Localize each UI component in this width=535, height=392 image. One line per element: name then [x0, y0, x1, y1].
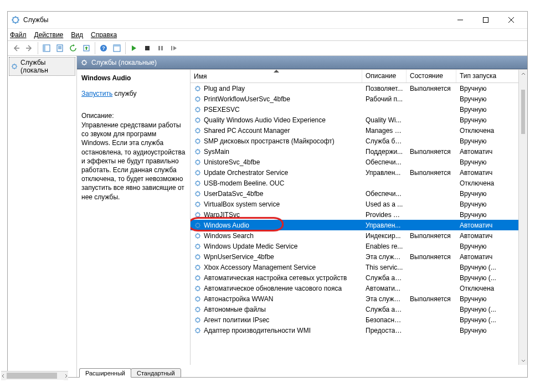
service-row[interactable]: WarpJITSvcProvides a ...Вручную — [191, 209, 527, 220]
svg-point-0 — [13, 17, 18, 23]
service-row[interactable]: USB-modem Beeline. OUCОтключена — [191, 178, 527, 188]
properties-button[interactable] — [54, 42, 66, 54]
service-row[interactable]: VirtualBox system serviceUsed as a ...Вр… — [191, 199, 527, 209]
pause-service-button[interactable] — [155, 42, 167, 54]
menu-help[interactable]: Справка — [91, 31, 117, 39]
service-row[interactable]: SMP дисковых пространств (Майкрософт)Слу… — [191, 136, 527, 146]
forward-button[interactable] — [23, 42, 35, 54]
show-hide-tree-button[interactable] — [40, 42, 53, 54]
gear-icon — [194, 285, 202, 292]
nav-label: Службы (локальн — [20, 59, 74, 74]
services-icon — [11, 16, 20, 24]
svg-point-28 — [196, 213, 200, 216]
list-scrollbar-v[interactable] — [518, 70, 527, 365]
service-desc: Рабочий п... — [362, 95, 407, 103]
service-row[interactable]: Shared PC Account ManagerManages p...Отк… — [191, 125, 527, 136]
service-row[interactable]: Plug and PlayПозволяет...ВыполняетсяВруч… — [191, 83, 527, 94]
scroll-right-button[interactable] — [64, 372, 68, 380]
service-desc: Безопасно... — [362, 316, 407, 324]
menubar: Файл Действие Вид Справка — [8, 28, 527, 40]
scroll-up-button[interactable] — [519, 70, 527, 79]
svg-rect-11 — [158, 46, 160, 50]
service-start: Вручную (... — [456, 306, 527, 313]
service-row[interactable]: PSEXESVCВручную — [191, 104, 527, 115]
tab-standard[interactable]: Стандартный — [131, 368, 181, 378]
menu-file[interactable]: Файл — [10, 31, 27, 39]
service-row[interactable]: Windows Update Medic ServiceEnables re..… — [191, 241, 527, 251]
svg-point-22 — [196, 149, 200, 153]
service-row[interactable]: Автоматическая настройка сетевых устройс… — [191, 272, 527, 283]
gear-icon — [194, 327, 202, 334]
service-row[interactable]: Автоматическое обновление часового пояса… — [191, 283, 527, 293]
service-row[interactable]: Автономные файлыСлужба ав...Вручную (... — [191, 304, 527, 314]
column-name[interactable]: Имя — [191, 70, 362, 82]
service-row[interactable]: Windows SearchИндексир...ВыполняетсяАвто… — [191, 230, 527, 241]
service-row[interactable]: Quality Windows Audio Video ExperienceQu… — [191, 115, 527, 125]
service-start: Вручную — [456, 243, 527, 250]
service-start: Вручную — [456, 106, 527, 114]
service-name: PrintWorkflowUserSvc_4bfbe — [204, 95, 290, 103]
start-service-button[interactable] — [128, 42, 140, 54]
nav-scrollbar-h[interactable] — [6, 372, 64, 380]
service-name: Windows Update Medic Service — [204, 243, 297, 250]
service-start: Автоматич — [456, 253, 527, 261]
gear-icon — [194, 85, 202, 92]
service-row[interactable]: PrintWorkflowUserSvc_4bfbeРабочий п...Вр… — [191, 94, 527, 104]
gear-icon — [194, 106, 202, 114]
service-row[interactable]: WpnUserService_4bfbeЭта служб...Выполняе… — [191, 251, 527, 262]
service-name: WpnUserService_4bfbe — [204, 253, 274, 261]
service-row[interactable]: Xbox Accessory Management ServiceThis se… — [191, 262, 527, 272]
svg-point-31 — [196, 244, 200, 248]
column-startup[interactable]: Тип запуска — [456, 70, 527, 82]
service-row[interactable]: Windows AudioУправлен...Автоматич — [191, 220, 527, 230]
start-service-link[interactable]: Запустить — [81, 90, 112, 97]
service-row[interactable]: UserDataSvc_4bfbeОбеспечи...Вручную — [191, 188, 527, 199]
service-desc: Эта служб... — [362, 253, 407, 261]
nav-services-local[interactable]: Службы (локальн — [9, 57, 75, 76]
stop-service-button[interactable] — [141, 42, 153, 54]
service-desc: Поддержи... — [362, 148, 407, 156]
scroll-left-button[interactable] — [1, 372, 6, 380]
description-label: Описание: — [81, 112, 187, 120]
gear-icon — [194, 295, 202, 303]
column-state[interactable]: Состояние — [407, 70, 456, 82]
service-row[interactable]: Агент политики IPsecБезопасно...Вручную … — [191, 314, 527, 325]
service-desc: Управлен... — [362, 221, 407, 229]
service-start: Автоматич — [456, 232, 527, 240]
view-button[interactable] — [111, 42, 123, 54]
service-name: Shared PC Account Manager — [204, 127, 290, 135]
service-name: Автоматическое обновление часового пояса — [204, 285, 342, 292]
service-desc: Обеспечи... — [362, 158, 407, 166]
svg-point-17 — [196, 97, 200, 101]
svg-text:?: ? — [102, 45, 105, 51]
close-button[interactable] — [498, 12, 524, 28]
service-row[interactable]: Автонастройка WWANЭта служб...Выполняетс… — [191, 293, 527, 304]
start-service-link-rest: службу — [112, 90, 136, 97]
menu-view[interactable]: Вид — [71, 31, 83, 39]
titlebar[interactable]: Службы — [8, 12, 527, 28]
help-button[interactable]: ? — [97, 42, 110, 54]
service-start: Вручную — [456, 137, 527, 145]
service-desc: Позволяет... — [362, 85, 407, 92]
scroll-down-button[interactable] — [519, 356, 527, 365]
minimize-button[interactable] — [447, 12, 473, 28]
refresh-button[interactable] — [67, 42, 79, 54]
menu-action[interactable]: Действие — [34, 31, 64, 39]
gear-icon — [194, 127, 202, 135]
restart-service-button[interactable] — [168, 42, 180, 54]
maximize-button[interactable] — [473, 12, 498, 28]
service-desc: Quality Wi... — [362, 116, 407, 124]
back-button[interactable] — [10, 42, 22, 54]
service-row[interactable]: SysMainПоддержи...ВыполняетсяАвтоматич — [191, 146, 527, 157]
service-row[interactable]: Адаптер производительности WMIПредостав.… — [191, 325, 527, 336]
service-start: Отключена — [456, 285, 527, 292]
service-row[interactable]: UnistoreSvc_4bfbeОбеспечи...Вручную — [191, 157, 527, 167]
service-start: Вручную — [456, 116, 527, 124]
service-state: Выполняется — [407, 253, 456, 261]
service-row[interactable]: Update Orchestrator ServiceУправлен...Вы… — [191, 167, 527, 178]
export-button[interactable] — [80, 42, 92, 54]
column-description[interactable]: Описание — [362, 70, 407, 82]
gear-icon — [194, 148, 202, 156]
tab-extended[interactable]: Расширенный — [79, 368, 131, 378]
service-name: Xbox Accessory Management Service — [204, 264, 316, 271]
